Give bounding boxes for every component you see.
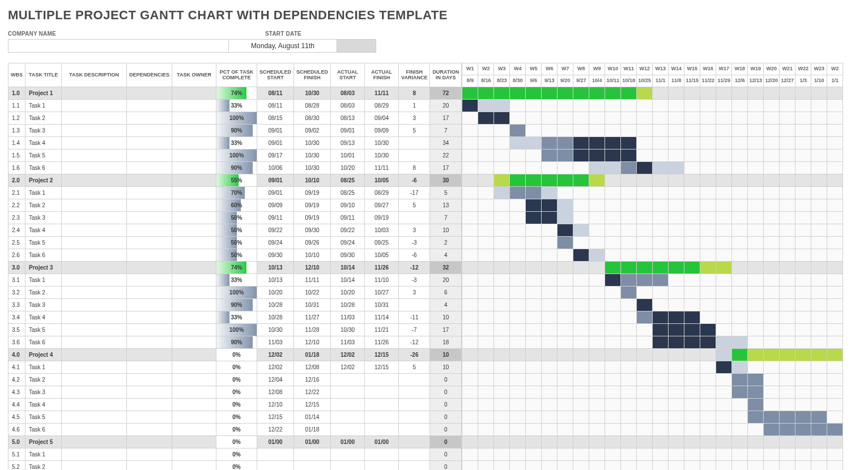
pct-cell[interactable]: 0% bbox=[216, 448, 257, 461]
gantt-bar-segment bbox=[526, 199, 542, 212]
task-row[interactable]: 1.2Task 2100%08/1508/3008/1309/04317 bbox=[8, 112, 462, 125]
pct-cell[interactable]: 100% bbox=[216, 149, 257, 162]
gantt-bar-segment bbox=[558, 224, 573, 237]
pct-cell[interactable]: 50% bbox=[216, 212, 257, 224]
project-row[interactable]: 2.0Project 255%09/0110/1008/2510/05-630 bbox=[8, 174, 462, 187]
task-row[interactable]: 1.5Task 5100%09/1710/3010/0110/3022 bbox=[8, 149, 462, 162]
pct-cell[interactable]: 70% bbox=[216, 187, 257, 199]
task-row[interactable]: 2.1Task 170%09/0109/1908/2508/29-175 bbox=[8, 187, 462, 199]
pct-cell[interactable]: 90% bbox=[216, 125, 257, 137]
pct-cell[interactable]: 100% bbox=[216, 324, 257, 336]
task-row[interactable]: 4.4Task 40%12/1012/150 bbox=[8, 399, 462, 411]
pct-cell[interactable]: 90% bbox=[216, 299, 257, 311]
pct-cell[interactable]: 0% bbox=[216, 461, 257, 471]
gantt-bar-segment bbox=[780, 424, 795, 436]
gantt-bar-segment bbox=[700, 336, 716, 349]
task-row[interactable]: 3.4Task 433%10/2811/2711/0311/14-1110 bbox=[8, 311, 462, 324]
project-row[interactable]: 1.0Project 174%08/1110/3008/0311/11872 bbox=[8, 87, 462, 100]
project-row[interactable]: 3.0Project 374%10/1312/1010/1411/26-1232 bbox=[8, 262, 462, 274]
pct-cell[interactable]: 0% bbox=[216, 399, 257, 411]
gantt-bar-segment bbox=[732, 361, 748, 374]
gantt-bar-segment bbox=[510, 137, 526, 149]
task-row[interactable]: 5.1Task 10%0 bbox=[8, 448, 462, 461]
gantt-bar-segment bbox=[748, 386, 764, 399]
task-row[interactable]: 1.1Task 133%08/1108/2808/0308/29120 bbox=[8, 100, 462, 112]
task-row[interactable]: 2.4Task 450%09/2209/3009/2210/03310 bbox=[8, 224, 462, 237]
task-row[interactable]: 2.5Task 550%09/2409/2609/2409/25-32 bbox=[8, 237, 462, 249]
week-header: W7 bbox=[558, 63, 573, 75]
pct-cell[interactable]: 0% bbox=[216, 411, 257, 424]
task-row[interactable]: 4.3Task 30%12/0812/220 bbox=[8, 386, 462, 399]
gantt-bar-segment bbox=[526, 187, 542, 199]
task-row[interactable]: 3.6Task 690%11/0312/1011/0311/26-1218 bbox=[8, 336, 462, 349]
gantt-bar-segment bbox=[700, 262, 716, 274]
pct-cell[interactable]: 74% bbox=[216, 262, 257, 274]
task-table: WBSTASK TITLETASK DESCRIPTIONDEPENDENCIE… bbox=[8, 63, 462, 470]
gantt-bar-segment bbox=[510, 87, 526, 100]
pct-cell[interactable]: 0% bbox=[216, 349, 257, 361]
week-header: W1 bbox=[462, 63, 478, 75]
gantt-bar-segment bbox=[573, 149, 589, 162]
pct-cell[interactable]: 0% bbox=[216, 386, 257, 399]
pct-cell[interactable]: 33% bbox=[216, 100, 257, 112]
gantt-bar-segment bbox=[732, 374, 748, 386]
task-row[interactable]: 3.3Task 390%10/2810/3110/2810/314 bbox=[8, 299, 462, 311]
date-header: 9/20 bbox=[558, 75, 573, 87]
week-header: W19 bbox=[748, 63, 764, 75]
gantt-bar-segment bbox=[462, 87, 478, 100]
gantt-bar-segment bbox=[795, 411, 811, 424]
date-header: 8/9 bbox=[462, 75, 478, 87]
task-row[interactable]: 3.1Task 133%10/1311/1110/1411/10-320 bbox=[8, 274, 462, 287]
pct-cell[interactable]: 0% bbox=[216, 436, 257, 448]
pct-cell[interactable]: 100% bbox=[216, 112, 257, 125]
gantt-bar-segment bbox=[558, 87, 573, 100]
pct-cell[interactable]: 74% bbox=[216, 87, 257, 100]
week-header: W20 bbox=[764, 63, 780, 75]
pct-cell[interactable]: 33% bbox=[216, 137, 257, 149]
gantt-bar-segment bbox=[542, 187, 558, 199]
pct-cell[interactable]: 50% bbox=[216, 237, 257, 249]
blank-input[interactable] bbox=[337, 39, 376, 53]
gantt-bar-segment bbox=[811, 411, 827, 424]
task-row[interactable]: 1.6Task 690%10/0610/3010/2011/11817 bbox=[8, 162, 462, 174]
pct-cell[interactable]: 90% bbox=[216, 336, 257, 349]
task-row[interactable]: 2.6Task 650%09/3010/1009/3010/05-64 bbox=[8, 249, 462, 262]
col-header: FINISH VARIANCE bbox=[399, 63, 430, 87]
task-row[interactable]: 4.6Task 60%12/2201/180 bbox=[8, 424, 462, 436]
gantt-bar-segment bbox=[669, 311, 684, 324]
gantt-bar-segment bbox=[684, 336, 700, 349]
pct-cell[interactable]: 33% bbox=[216, 274, 257, 287]
gantt-bar-segment bbox=[732, 349, 748, 361]
pct-cell[interactable]: 0% bbox=[216, 424, 257, 436]
task-row[interactable]: 4.1Task 10%12/0212/0812/0212/15510 bbox=[8, 361, 462, 374]
task-row[interactable]: 3.2Task 2100%10/2010/2210/2010/2736 bbox=[8, 287, 462, 299]
pct-cell[interactable]: 0% bbox=[216, 361, 257, 374]
pct-cell[interactable]: 60% bbox=[216, 199, 257, 212]
pct-cell[interactable]: 0% bbox=[216, 374, 257, 386]
task-row[interactable]: 1.4Task 433%09/0110/3009/1310/3034 bbox=[8, 137, 462, 149]
task-row[interactable]: 1.3Task 390%09/0109/0209/0109/0957 bbox=[8, 125, 462, 137]
pct-cell[interactable]: 55% bbox=[216, 174, 257, 187]
col-header: PCT OF TASK COMPLETE bbox=[216, 63, 257, 87]
gantt-bar-segment bbox=[621, 87, 637, 100]
task-row[interactable]: 5.2Task 20%0 bbox=[8, 461, 462, 471]
gantt-bar-segment bbox=[542, 212, 558, 224]
task-row[interactable]: 4.5Task 50%12/1501/140 bbox=[8, 411, 462, 424]
task-row[interactable]: 4.2Task 20%12/0412/160 bbox=[8, 374, 462, 386]
week-header: W4 bbox=[510, 63, 526, 75]
task-row[interactable]: 3.5Task 5100%10/3011/2810/3011/21-717 bbox=[8, 324, 462, 336]
task-row[interactable]: 2.2Task 260%09/0909/1909/1009/27513 bbox=[8, 199, 462, 212]
gantt-bar-segment bbox=[510, 187, 526, 199]
project-row[interactable]: 5.0Project 50%01/0001/0001/0001/000 bbox=[8, 436, 462, 448]
gantt-bar-segment bbox=[558, 212, 573, 224]
pct-cell[interactable]: 50% bbox=[216, 249, 257, 262]
start-date-input[interactable]: Monday, August 11th bbox=[228, 39, 337, 53]
project-row[interactable]: 4.0Project 40%12/0201/1812/0212/15-2610 bbox=[8, 349, 462, 361]
pct-cell[interactable]: 100% bbox=[216, 287, 257, 299]
pct-cell[interactable]: 33% bbox=[216, 311, 257, 324]
pct-cell[interactable]: 50% bbox=[216, 224, 257, 237]
company-input[interactable] bbox=[8, 39, 229, 53]
gantt-bar-segment bbox=[669, 336, 684, 349]
task-row[interactable]: 2.3Task 350%09/1109/1909/1109/197 bbox=[8, 212, 462, 224]
pct-cell[interactable]: 90% bbox=[216, 162, 257, 174]
